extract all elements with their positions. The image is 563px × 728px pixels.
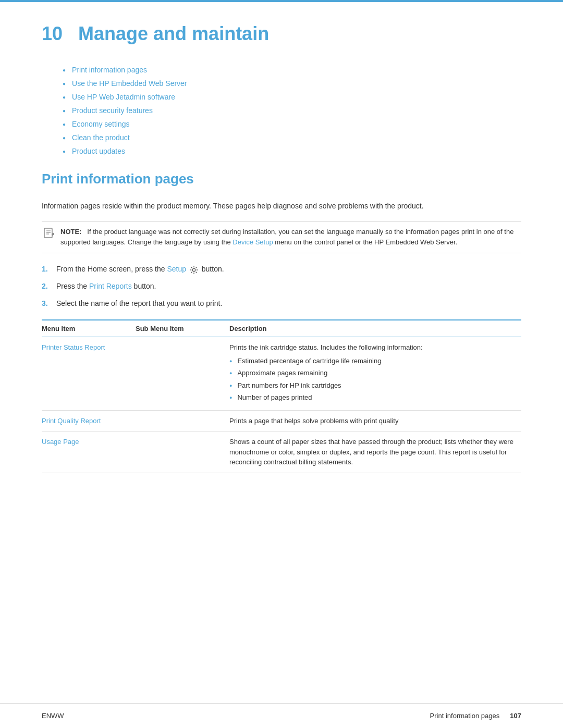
description-bullets-1: Estimated percentage of cartridge life r…	[229, 356, 516, 403]
table-cell-sub-menu-2	[136, 410, 229, 431]
table-cell-sub-menu-1	[136, 337, 229, 411]
list-item: Use the HP Embedded Web Server	[63, 79, 521, 88]
list-item: 2. Press the Print Reports button.	[42, 281, 521, 292]
step-number-1: 1.	[42, 264, 56, 275]
step-text-2: Press the Print Reports button.	[56, 281, 156, 292]
toc-link-embedded-web[interactable]: Use the HP Embedded Web Server	[72, 79, 187, 88]
footer-section-name: Print information pages	[430, 712, 500, 720]
list-item: Use HP Web Jetadmin software	[63, 93, 521, 101]
note-label: NOTE:	[60, 228, 81, 236]
table-row: Printer Status Report Prints the ink car…	[42, 337, 521, 411]
step-2-before: Press the	[56, 282, 89, 290]
note-box: NOTE: If the product language was not co…	[42, 221, 521, 253]
note-icon	[42, 227, 56, 240]
toc-link-security[interactable]: Product security features	[72, 106, 153, 115]
footer-page: 107	[510, 712, 521, 720]
list-item: Approximate pages remaining	[229, 368, 516, 378]
table-header-menu-item: Menu Item	[42, 320, 136, 337]
steps-list: 1. From the Home screen, press the Setup…	[42, 264, 521, 309]
table-header-sub-menu: Sub Menu Item	[136, 320, 229, 337]
chapter-title-text: Manage and maintain	[78, 23, 269, 44]
table-row: Print Quality Report Prints a page that …	[42, 410, 521, 431]
table-cell-description-3: Shows a count of all paper sizes that ha…	[229, 431, 521, 473]
note-text-after: menu on the control panel or the HP Embe…	[273, 238, 458, 246]
step-2-after: button.	[132, 282, 156, 290]
table-header-row: Menu Item Sub Menu Item Description	[42, 320, 521, 337]
table-cell-menu-item-1: Printer Status Report	[42, 337, 136, 411]
print-reports-link[interactable]: Print Reports	[89, 282, 132, 290]
device-setup-link[interactable]: Device Setup	[232, 238, 273, 246]
info-table: Menu Item Sub Menu Item Description Prin…	[42, 319, 521, 473]
step-number-2: 2.	[42, 281, 56, 292]
table-cell-menu-item-2: Print Quality Report	[42, 410, 136, 431]
chapter-title: 10 Manage and maintain	[42, 23, 521, 50]
chapter-number: 10	[42, 23, 63, 44]
setup-link[interactable]: Setup	[167, 265, 186, 273]
content-area: 10 Manage and maintain Print information…	[0, 2, 563, 703]
print-quality-report-link[interactable]: Print Quality Report	[42, 417, 101, 425]
list-item: Part numbers for HP ink cartridges	[229, 380, 516, 391]
list-item: 1. From the Home screen, press the Setup…	[42, 264, 521, 275]
footer-right: Print information pages 107	[430, 712, 521, 720]
list-item: 3. Select the name of the report that yo…	[42, 298, 521, 309]
step-text-1: From the Home screen, press the Setup bu…	[56, 264, 224, 275]
svg-point-5	[192, 268, 195, 271]
step-number-3: 3.	[42, 298, 56, 309]
table-cell-description-1: Prints the ink cartridge status. Include…	[229, 337, 521, 411]
table-row: Usage Page Shows a count of all paper si…	[42, 431, 521, 473]
step-1-before: From the Home screen, press the	[56, 265, 167, 273]
printer-status-report-link[interactable]: Printer Status Report	[42, 343, 105, 351]
setup-gear-icon	[189, 265, 199, 275]
list-item: Number of pages printed	[229, 392, 516, 403]
table-header-description: Description	[229, 320, 521, 337]
toc-link-updates[interactable]: Product updates	[72, 147, 125, 155]
usage-page-link[interactable]: Usage Page	[42, 438, 79, 446]
list-item: Estimated percentage of cartridge life r…	[229, 356, 516, 366]
list-item: Clean the product	[63, 133, 521, 142]
note-text: NOTE: If the product language was not co…	[60, 227, 521, 248]
footer-left: ENWW	[42, 712, 64, 720]
list-item: Print information pages	[63, 66, 521, 74]
toc-list: Print information pages Use the HP Embed…	[63, 66, 521, 155]
description-intro-1: Prints the ink cartridge status. Include…	[229, 343, 423, 351]
footer: ENWW Print information pages 107	[0, 703, 563, 728]
section-intro: Information pages reside within the prod…	[42, 201, 521, 212]
list-item: Economy settings	[63, 120, 521, 128]
toc-link-web-jetadmin[interactable]: Use HP Web Jetadmin software	[72, 93, 175, 101]
step-1-after: button.	[202, 265, 224, 273]
svg-rect-0	[44, 228, 52, 238]
table-cell-sub-menu-3	[136, 431, 229, 473]
table-cell-menu-item-3: Usage Page	[42, 431, 136, 473]
toc-link-economy[interactable]: Economy settings	[72, 120, 130, 128]
toc-link-clean[interactable]: Clean the product	[72, 133, 130, 142]
table-cell-description-2: Prints a page that helps solve problems …	[229, 410, 521, 431]
list-item: Product updates	[63, 147, 521, 155]
page-container: 10 Manage and maintain Print information…	[0, 0, 563, 728]
toc-link-print-info[interactable]: Print information pages	[72, 66, 147, 74]
list-item: Product security features	[63, 106, 521, 115]
step-text-3: Select the name of the report that you w…	[56, 298, 222, 309]
section-title: Print information pages	[42, 171, 521, 190]
